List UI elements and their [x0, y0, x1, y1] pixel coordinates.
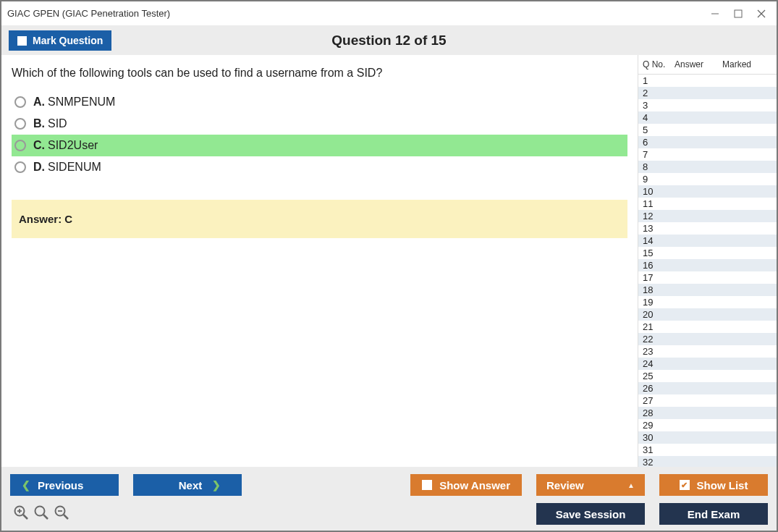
action-buttons: Show Answer Review ▲ ✔ Show List — [410, 474, 768, 496]
close-icon[interactable] — [756, 9, 766, 19]
list-item[interactable]: 5 — [638, 124, 777, 136]
choice-B[interactable]: B.SID — [12, 113, 627, 135]
window-title: GIAC GPEN (GIAC Penetration Tester) — [7, 8, 170, 19]
radio-icon — [14, 140, 26, 151]
list-item[interactable]: 15 — [638, 247, 777, 259]
list-item[interactable]: 29 — [638, 419, 777, 431]
next-button[interactable]: Next ❯ — [133, 474, 242, 496]
show-answer-button[interactable]: Show Answer — [410, 474, 522, 496]
choice-C[interactable]: C.SID2User — [12, 135, 627, 156]
save-session-label: Save Session — [556, 508, 626, 520]
list-item[interactable]: 3 — [638, 99, 777, 111]
list-item[interactable]: 30 — [638, 431, 777, 444]
question-content: Which of the following tools can be used… — [1, 55, 638, 467]
question-list-header: Q No. Answer Marked — [638, 55, 777, 75]
list-item[interactable]: 14 — [638, 235, 777, 247]
chevron-left-icon: ❮ — [22, 479, 30, 491]
choice-text: SIDENUM — [48, 161, 101, 174]
main-area: Which of the following tools can be used… — [1, 55, 777, 467]
choice-letter: D. — [33, 161, 45, 174]
answer-box: Answer: C — [12, 200, 627, 238]
choice-letter: A. — [33, 96, 45, 109]
mark-question-label: Mark Question — [33, 35, 103, 46]
radio-icon — [14, 161, 26, 173]
minimize-icon[interactable] — [710, 9, 720, 19]
previous-button[interactable]: ❮ Previous — [10, 474, 119, 496]
checkbox-checked-icon: ✔ — [680, 480, 690, 490]
list-item[interactable]: 21 — [638, 321, 777, 333]
header-marked: Marked — [722, 59, 774, 69]
list-item[interactable]: 28 — [638, 407, 777, 419]
footer-row-1: ❮ Previous Next ❯ Show Answer Review ▲ — [10, 474, 768, 496]
svg-line-9 — [43, 515, 48, 519]
header-qno: Q No. — [643, 59, 675, 69]
question-counter: Question 12 of 15 — [1, 33, 777, 48]
list-item[interactable]: 24 — [638, 358, 777, 370]
zoom-reset-icon[interactable] — [33, 504, 49, 524]
list-item[interactable]: 9 — [638, 173, 777, 185]
radio-icon — [14, 96, 26, 108]
list-item[interactable]: 26 — [638, 382, 777, 394]
zoom-out-icon[interactable] — [54, 504, 69, 524]
list-item[interactable]: 18 — [638, 284, 777, 296]
answer-label: Answer: — [19, 213, 62, 225]
list-item[interactable]: 16 — [638, 259, 777, 271]
chevron-right-icon: ❯ — [212, 479, 221, 491]
list-item[interactable]: 6 — [638, 136, 777, 148]
question-list-panel: Q No. Answer Marked 12345678910111213141… — [638, 55, 777, 467]
show-list-button[interactable]: ✔ Show List — [659, 474, 768, 496]
radio-icon — [14, 118, 26, 130]
show-answer-label: Show Answer — [439, 479, 510, 491]
list-item[interactable]: 11 — [638, 198, 777, 210]
svg-rect-1 — [735, 10, 742, 17]
review-label: Review — [546, 479, 584, 491]
review-button[interactable]: Review ▲ — [536, 474, 645, 496]
list-item[interactable]: 8 — [638, 161, 777, 173]
list-item[interactable]: 2 — [638, 87, 777, 99]
list-item[interactable]: 13 — [638, 222, 777, 235]
list-item[interactable]: 4 — [638, 111, 777, 124]
choice-letter: B. — [33, 117, 45, 130]
checkbox-icon — [422, 480, 432, 490]
end-exam-button[interactable]: End Exam — [659, 503, 768, 525]
choice-text: SID2User — [48, 139, 98, 152]
list-item[interactable]: 1 — [638, 75, 777, 87]
previous-label: Previous — [38, 479, 83, 491]
list-item[interactable]: 10 — [638, 185, 777, 198]
choice-letter: C. — [33, 139, 45, 152]
list-item[interactable]: 32 — [638, 456, 777, 467]
svg-line-5 — [23, 515, 28, 519]
question-list-rows[interactable]: 1234567891011121314151617181920212223242… — [638, 75, 777, 467]
next-label: Next — [179, 479, 203, 491]
answer-letter: C — [64, 213, 72, 225]
list-item[interactable]: 17 — [638, 271, 777, 284]
save-session-button[interactable]: Save Session — [536, 503, 645, 525]
footer: ❮ Previous Next ❯ Show Answer Review ▲ — [1, 467, 777, 531]
list-item[interactable]: 12 — [638, 210, 777, 222]
zoom-in-icon[interactable] — [13, 504, 29, 524]
dropdown-arrow-icon: ▲ — [627, 481, 635, 489]
list-item[interactable]: 27 — [638, 394, 777, 407]
choice-text: SNMPENUM — [48, 96, 115, 109]
list-item[interactable]: 25 — [638, 370, 777, 382]
header-answer: Answer — [675, 59, 722, 69]
choice-A[interactable]: A.SNMPENUM — [12, 91, 627, 113]
mark-question-button[interactable]: Mark Question — [9, 30, 111, 51]
choice-D[interactable]: D.SIDENUM — [12, 156, 627, 178]
footer-row-2: Save Session End Exam — [10, 503, 768, 525]
zoom-controls — [10, 504, 69, 524]
list-item[interactable]: 19 — [638, 296, 777, 308]
titlebar: GIAC GPEN (GIAC Penetration Tester) — [1, 1, 777, 26]
list-item[interactable]: 23 — [638, 345, 777, 358]
show-list-label: Show List — [697, 479, 748, 491]
maximize-icon[interactable] — [733, 9, 743, 19]
nav-buttons: ❮ Previous Next ❯ — [10, 474, 242, 496]
list-item[interactable]: 20 — [638, 308, 777, 321]
list-item[interactable]: 7 — [638, 148, 777, 161]
svg-line-11 — [64, 515, 68, 519]
list-item[interactable]: 22 — [638, 333, 777, 345]
list-item[interactable]: 31 — [638, 444, 777, 456]
choice-list: A.SNMPENUMB.SIDC.SID2UserD.SIDENUM — [12, 91, 627, 178]
window-controls — [710, 9, 771, 19]
app-window: GIAC GPEN (GIAC Penetration Tester) Mark… — [0, 0, 778, 532]
